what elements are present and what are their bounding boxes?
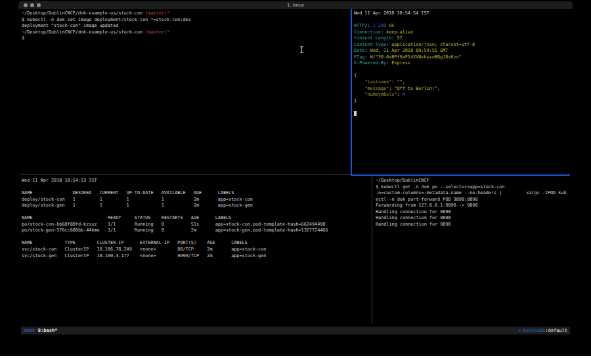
status-bar-right: ✳minikube:default	[518, 327, 567, 334]
terminal-line: "lastseen": "",	[354, 79, 571, 86]
terminal-line: ~/Desktop/DublinCNCF/dok-example-us/stoc…	[22, 10, 349, 17]
terminal-text-segment: 57	[397, 35, 402, 41]
close-button[interactable]	[24, 3, 28, 7]
terminal-text-segment: "Off to Berlin!"	[394, 86, 437, 91]
terminal-text-segment: :	[397, 92, 402, 97]
pane-border-horizontal[interactable]	[20, 174, 351, 175]
pane-bottom-left-kubectl-watch[interactable]: Wed 11 Apr 2018 10:54:53 ISTNAME DESIRED…	[22, 177, 370, 324]
terminal-line: HTTP/1.1 200 OK	[354, 23, 571, 30]
active-window-item[interactable]: 0:bash*	[38, 328, 58, 333]
terminal-text-segment: Handling connection for 9898	[376, 209, 451, 214]
terminal-line: deployment "stock-con" image updated	[22, 23, 349, 30]
terminal-text-segment: Express	[391, 60, 410, 66]
terminal-text-segment	[354, 92, 364, 97]
terminal-line: NAME TYPE CLUSTER-IP EXTERNAL-IP PORT(S)…	[22, 240, 370, 247]
terminal-line: $	[22, 35, 349, 42]
mouse-ibeam-cursor	[299, 46, 304, 53]
terminal-line: deploy/stock-con 1 1 1 1 2m app=stock-co…	[22, 197, 370, 203]
status-bar-left: demo0:bash*	[24, 327, 57, 334]
terminal-line: }	[354, 98, 571, 105]
terminal-text-segment: "lastseen"	[364, 79, 391, 85]
terminal-line: ETag: W/"39-0xBPf9aF1dXVNxhsxoBQgJ8vKzo"	[354, 54, 571, 61]
terminal-line: svc/stock-con ClusterIP 10.106.78.249 <n…	[22, 247, 370, 253]
kube-namespace-label: :default	[545, 328, 567, 333]
terminal-text-segment: NAME DESIRED CURRENT UP-TO-DATE AVAILABL…	[22, 190, 234, 195]
terminal-line: $ kubectl get -n dok po --selector=app=s…	[376, 184, 571, 191]
terminal-text-segment: "numsymbols"	[364, 92, 397, 97]
pane-bottom-right-port-forward[interactable]: ~/Desktop/DublinCNCF$ kubectl get -n dok…	[376, 177, 571, 324]
terminal-line: -o=custom-columns=:metadata.name --no-he…	[376, 190, 571, 197]
terminal-line: Wed 11 Apr 2018 10:54:54 IST	[354, 10, 571, 17]
terminal-line	[354, 111, 571, 117]
terminal-text-segment: {	[354, 73, 357, 78]
terminal-text-segment: :	[381, 30, 386, 35]
terminal-line: Date: Wed, 11 Apr 2018 09:54:55 GMT	[354, 48, 571, 54]
terminal-text-segment: Forwarding from 127.0.0.1:9898 -> 9898	[376, 203, 478, 208]
terminal-text-segment: ,	[403, 79, 405, 85]
terminal-text-segment: Handling connection for 9898	[376, 222, 451, 227]
terminal-line: NAME READY STATUS RESTARTS AGE LABELS	[22, 215, 370, 222]
terminal-text-segment: deployment "stock-con" image updated	[22, 23, 118, 28]
terminal-text-segment: Handling connection for 9898	[376, 215, 451, 220]
terminal-line	[22, 209, 370, 216]
terminal-text-segment: application/json; charset=utf-8	[391, 42, 475, 47]
kubernetes-helm-icon: ✳	[518, 328, 521, 333]
terminal-text-segment: $ kubectl get -n dok po --selector=app=s…	[376, 184, 504, 190]
terminal-text-segment: keep-alive	[386, 30, 413, 35]
terminal-text-segment: $	[22, 35, 24, 41]
terminal-text-segment: po/stock-con-bb68f88fd-kzsxz 1/1 Running…	[22, 222, 325, 227]
terminal-text-segment: Content-Length	[354, 35, 391, 41]
terminal-line: NAME DESIRED CURRENT UP-TO-DATE AVAILABL…	[22, 190, 370, 197]
terminal-line: po/stock-con-bb68f88fd-kzsxz 1/1 Running…	[22, 222, 370, 228]
terminal-line	[22, 234, 370, 241]
terminal-line	[354, 17, 571, 24]
terminal-text-segment	[354, 111, 357, 116]
terminal-text-segment: :	[364, 54, 370, 60]
window-titlebar[interactable]: 1. tmux	[18, 1, 573, 9]
terminal-text-segment: :	[364, 48, 370, 53]
terminal-text-segment: ~/Desktop/DublinCNCF	[376, 178, 429, 183]
terminal-text-segment: po/stock-gen-576cc688bb-44kmn 1/1 Runnin…	[22, 228, 328, 233]
minimize-button[interactable]	[30, 3, 34, 7]
terminal-text-segment: ~/Desktop/DublinCNCF/dok-example-us/stoc…	[22, 10, 145, 16]
terminal-text-segment: 4	[403, 92, 405, 97]
terminal-text-segment: ""	[397, 79, 402, 85]
terminal-line: po/stock-gen-576cc688bb-44kmn 1/1 Runnin…	[22, 228, 370, 234]
terminal-line: ~/Desktop/DublinCNCF	[376, 178, 571, 184]
terminal-text-segment: Wed 11 Apr 2018 10:54:53 IST	[22, 178, 97, 183]
terminal-line: Handling connection for 9898	[376, 215, 571, 222]
terminal-line	[354, 67, 571, 73]
terminal-text-segment: }	[354, 98, 357, 104]
zoom-button[interactable]	[37, 3, 41, 7]
terminal-text-segment: X-Powered-By	[354, 60, 386, 66]
terminal-text-segment: (master)*	[145, 30, 169, 35]
terminal-text-segment: Date	[354, 48, 364, 53]
terminal-line: X-Powered-By: Express	[354, 60, 571, 67]
terminal-text-segment: deploy/stock-gen 1 1 1 1 2m app=stock-ge…	[22, 203, 253, 208]
session-name: demo	[24, 328, 35, 333]
terminal-line: Content-Type: application/json; charset=…	[354, 42, 571, 49]
pane-border-vertical-bottom[interactable]	[372, 176, 372, 324]
terminal-text-segment	[354, 86, 364, 91]
terminal-line: Handling connection for 9898	[376, 209, 571, 216]
terminal-line: Content-Length: 57	[354, 35, 571, 42]
desktop-background: 1. tmux ~/Desktop/DublinCNCF/dok-example…	[0, 0, 591, 364]
terminal-line: svc/stock-gen ClusterIP 10.109.3.177 <no…	[22, 253, 370, 260]
terminal-text-segment: $ kubectl -n dok set image deployment/st…	[22, 17, 191, 22]
terminal-text-segment: ETag	[354, 54, 364, 60]
terminal-window: 1. tmux ~/Desktop/DublinCNCF/dok-example…	[18, 1, 573, 336]
terminal-text-segment: deploy/stock-con 1 1 1 1 2m app=stock-co…	[22, 197, 253, 202]
terminal-text-segment: 1.1	[367, 23, 375, 28]
active-pane-border-horizontal[interactable]	[351, 174, 570, 176]
window-title: 1. tmux	[18, 1, 573, 9]
terminal-text-segment: Content-Type	[354, 42, 386, 47]
terminal-line: ~/Desktop/DublinCNCF/dok-example-us/stoc…	[22, 30, 349, 36]
terminal-text-segment: ,	[437, 86, 440, 91]
terminal-text-segment: -o=custom-columns=:metadata.name --no-he…	[376, 190, 567, 195]
terminal-text-segment: ~/Desktop/DublinCNCF/dok-example-us/stoc…	[22, 30, 145, 35]
traffic-lights	[24, 3, 41, 7]
terminal-text-segment: Wed 11 Apr 2018 10:54:54 IST	[354, 10, 429, 16]
pane-top-left-shell[interactable]: ~/Desktop/DublinCNCF/dok-example-us/stoc…	[22, 10, 349, 174]
active-pane-border-vertical[interactable]	[351, 9, 352, 175]
pane-top-right-http-response[interactable]: Wed 11 Apr 2018 10:54:54 ISTHTTP/1.1 200…	[354, 10, 571, 174]
